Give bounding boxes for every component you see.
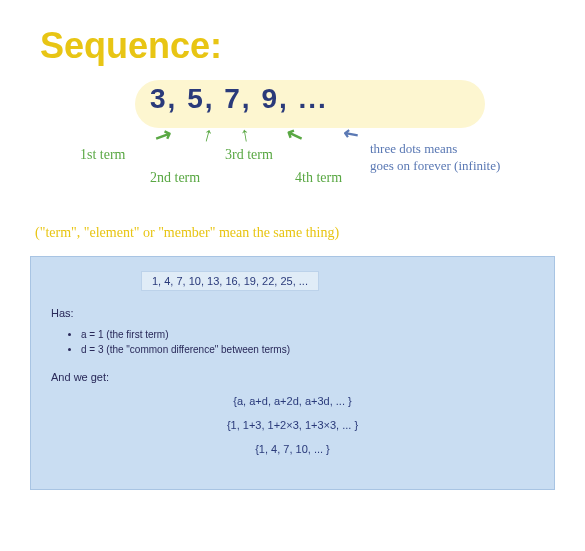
formula-general: {a, a+d, a+2d, a+3d, ... } [51,395,534,407]
and-we-get-label: And we get: [51,371,534,383]
example-sequence: 1, 4, 7, 10, 13, 16, 19, 22, 25, ... [141,271,319,291]
list-item: d = 3 (the "common difference" between t… [81,344,534,355]
term-1-label: 1st term [80,147,126,163]
page-title: Sequence: [40,25,555,67]
term-3-label: 3rd term [225,147,273,163]
formula-substituted: {1, 1+3, 1+2×3, 1+3×3, ... } [51,419,534,431]
formula-result: {1, 4, 7, 10, ... } [51,443,534,455]
synonym-note: ("term", "element" or "member" mean the … [35,225,555,241]
has-label: Has: [51,307,534,319]
list-item: a = 1 (the first term) [81,329,534,340]
sequence-diagram: 3, 5, 7, 9, ... ↗ ↑ ↑ ↖ 1st term 2nd ter… [40,85,555,225]
term-4-label: 4th term [295,170,342,186]
sequence-text: 3, 5, 7, 9, ... [150,83,328,115]
explanation-box: 1, 4, 7, 10, 13, 16, 19, 22, 25, ... Has… [30,256,555,490]
term-2-label: 2nd term [150,170,200,186]
infinite-label: three dots means goes on forever (infini… [370,141,550,175]
properties-list: a = 1 (the first term) d = 3 (the "commo… [81,329,534,355]
